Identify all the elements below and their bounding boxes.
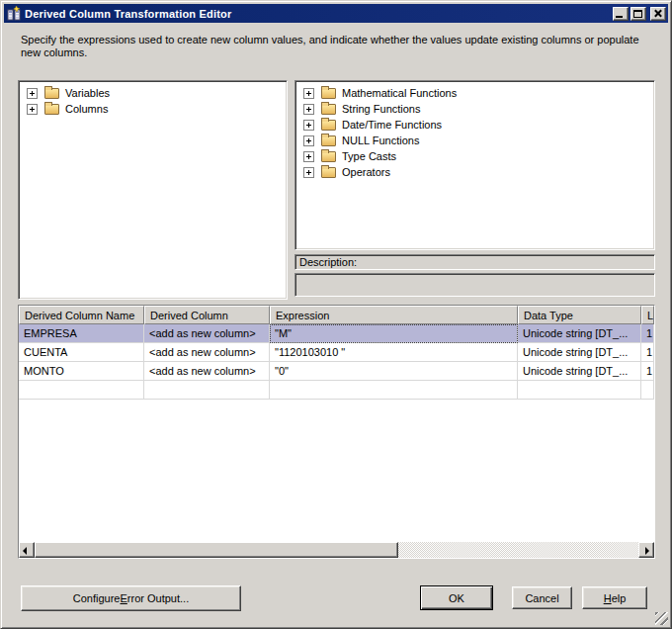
folder-icon [321, 135, 336, 146]
expand-plus-icon[interactable] [303, 151, 314, 162]
cell-derived-column[interactable]: <add as new column> [144, 343, 270, 362]
button-label-part: rror Output... [127, 592, 189, 604]
grid-row-empresa[interactable]: EMPRESA <add as new column> "M" Unicode … [19, 324, 654, 343]
tree-item-label: String Functions [342, 103, 420, 115]
cell-empty[interactable] [270, 381, 518, 400]
grid-row-monto[interactable]: MONTO <add as new column> "0" Unicode st… [19, 362, 654, 381]
button-label-part: E [121, 592, 127, 604]
cell-expression[interactable]: "M" [270, 324, 518, 343]
window-title: Derived Column Transformation Editor [25, 8, 611, 20]
cell-empty[interactable] [641, 381, 654, 400]
derived-column-app-icon [7, 6, 22, 21]
tree-item-columns[interactable]: Columns [25, 101, 287, 117]
description-content [294, 273, 655, 297]
minimize-icon [616, 16, 623, 18]
derived-columns-grid: Derived Column Name Derived Column Expre… [18, 305, 655, 559]
cell-derived-column-name[interactable]: MONTO [19, 362, 144, 381]
variables-columns-tree: Variables Columns [18, 80, 288, 300]
expand-plus-icon[interactable] [303, 120, 314, 131]
cancel-button[interactable]: Cancel [512, 586, 572, 609]
folder-icon [321, 88, 336, 99]
help-button[interactable]: Help [582, 586, 647, 609]
cell-data-type[interactable]: Unicode string [DT_... [518, 362, 641, 381]
folder-icon [44, 88, 59, 99]
description-label-band: Description: [294, 254, 655, 270]
column-header-derived-column-name[interactable]: Derived Column Name [19, 306, 144, 324]
instruction-text: Specify the expressions used to create n… [21, 34, 661, 59]
functions-tree: Mathematical Functions String Functions … [294, 80, 655, 250]
configure-error-output-button[interactable]: Configure Error Output... [21, 585, 241, 611]
scroll-left-button[interactable] [19, 542, 35, 558]
expand-plus-icon[interactable] [27, 104, 38, 115]
tree-item-label: Mathematical Functions [342, 87, 457, 99]
cell-length[interactable]: 1 [641, 362, 654, 381]
cell-derived-column-name[interactable]: EMPRESA [19, 324, 144, 343]
cell-data-type[interactable]: Unicode string [DT_... [518, 343, 641, 362]
column-header-length[interactable]: Length [641, 306, 654, 324]
cell-empty[interactable] [518, 381, 641, 400]
close-button[interactable] [650, 7, 666, 21]
maximize-button[interactable] [630, 7, 646, 21]
right-arrow-icon [645, 547, 649, 555]
tree-item-mathematical-functions[interactable]: Mathematical Functions [301, 85, 654, 101]
ok-button[interactable]: OK [420, 585, 493, 610]
column-header-expression[interactable]: Expression [270, 306, 518, 324]
cell-derived-column[interactable]: <add as new column> [144, 362, 270, 381]
cell-expression[interactable]: "1120103010 " [270, 343, 518, 362]
description-label: Description: [299, 256, 357, 268]
scrollbar-thumb[interactable] [35, 542, 398, 558]
titlebar[interactable]: Derived Column Transformation Editor [4, 4, 668, 23]
expand-plus-icon[interactable] [303, 104, 314, 115]
grid-empty-area[interactable] [19, 400, 654, 542]
scroll-right-button[interactable] [638, 542, 654, 558]
left-arrow-icon [23, 547, 27, 555]
column-header-data-type[interactable]: Data Type [518, 306, 641, 324]
tree-item-label: NULL Functions [342, 135, 419, 146]
tree-item-label: Operators [342, 166, 390, 178]
cell-empty[interactable] [144, 381, 270, 400]
tree-item-null-functions[interactable]: NULL Functions [301, 133, 654, 148]
dialog-window: Derived Column Transformation Editor Spe… [0, 0, 672, 629]
column-header-derived-column[interactable]: Derived Column [144, 306, 270, 324]
expand-plus-icon[interactable] [303, 88, 314, 99]
folder-icon [44, 104, 59, 115]
button-label-part: H [604, 592, 612, 604]
expand-plus-icon[interactable] [303, 135, 314, 146]
tree-item-variables[interactable]: Variables [25, 85, 287, 101]
grid-row-empty[interactable] [19, 381, 654, 400]
minimize-button[interactable] [613, 7, 629, 21]
maximize-icon [633, 10, 642, 18]
tree-item-type-casts[interactable]: Type Casts [301, 148, 654, 164]
tree-item-label: Columns [65, 103, 108, 115]
tree-item-label: Variables [65, 87, 110, 99]
cell-expression[interactable]: "0" [270, 362, 518, 381]
folder-icon [321, 151, 336, 162]
folder-icon [321, 104, 336, 115]
folder-icon [321, 120, 336, 131]
tree-item-datetime-functions[interactable]: Date/Time Functions [301, 117, 654, 133]
expand-plus-icon[interactable] [27, 88, 38, 99]
grid-header-row: Derived Column Name Derived Column Expre… [19, 306, 654, 324]
grid-horizontal-scrollbar [19, 542, 654, 558]
cell-length[interactable]: 1 [641, 343, 654, 362]
button-label-part: Configure [73, 592, 121, 604]
cell-derived-column-name[interactable]: CUENTA [19, 343, 144, 362]
expand-plus-icon[interactable] [303, 167, 314, 178]
tree-item-label: Date/Time Functions [342, 119, 442, 131]
button-label-part: elp [612, 592, 627, 604]
close-icon [653, 9, 662, 18]
cell-data-type[interactable]: Unicode string [DT_... [518, 324, 641, 343]
cell-empty[interactable] [19, 381, 144, 400]
cell-length[interactable]: 1 [641, 324, 654, 343]
cell-derived-column[interactable]: <add as new column> [144, 324, 270, 343]
grid-row-cuenta[interactable]: CUENTA <add as new column> "1120103010 "… [19, 343, 654, 362]
tree-item-string-functions[interactable]: String Functions [301, 101, 654, 117]
tree-item-label: Type Casts [342, 150, 396, 162]
scrollbar-track[interactable] [398, 542, 638, 558]
folder-icon [321, 167, 336, 178]
tree-item-operators[interactable]: Operators [301, 164, 654, 180]
resize-grip[interactable] [655, 612, 668, 625]
